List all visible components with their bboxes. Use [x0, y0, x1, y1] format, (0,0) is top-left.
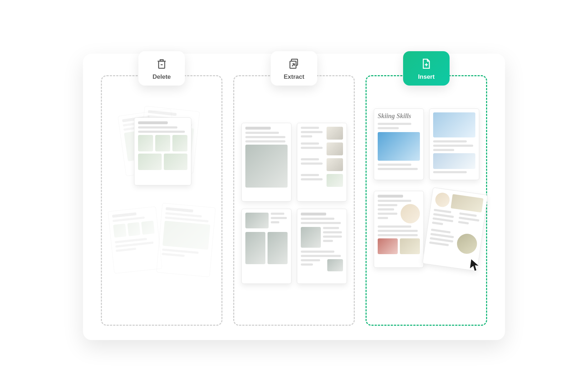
insert-panel: Insert Skiing Skills: [366, 75, 487, 326]
insert-label: Insert: [414, 73, 439, 81]
dragged-page[interactable]: [422, 187, 488, 271]
page-thumbnail[interactable]: [297, 123, 347, 202]
delete-tab[interactable]: Delete: [138, 51, 185, 86]
page-thumbnail[interactable]: [374, 191, 424, 268]
page-card-title: Skiing Skills: [378, 112, 420, 120]
faded-page: [108, 206, 162, 273]
page-thumbnail[interactable]: [429, 108, 479, 180]
page-thumbnail[interactable]: [241, 209, 291, 284]
page-thumbnail[interactable]: [241, 123, 291, 202]
main-card: Delete: [83, 54, 505, 340]
extract-panel: Extract: [233, 75, 355, 326]
insert-tab[interactable]: Insert: [403, 51, 450, 86]
page-thumbnail[interactable]: [297, 209, 347, 284]
page-thumbnail[interactable]: Skiing Skills: [374, 108, 424, 180]
page-thumbnail[interactable]: [134, 117, 191, 185]
page-plus-icon: [414, 58, 439, 70]
extract-label: Extract: [281, 73, 307, 81]
cursor-icon: [467, 257, 482, 275]
faded-page: [156, 203, 216, 277]
trash-minus-icon: [149, 58, 174, 70]
extract-arrow-icon: [281, 58, 307, 70]
delete-panel: Delete: [101, 75, 222, 326]
delete-label: Delete: [149, 73, 174, 81]
extract-tab[interactable]: Extract: [271, 51, 317, 86]
